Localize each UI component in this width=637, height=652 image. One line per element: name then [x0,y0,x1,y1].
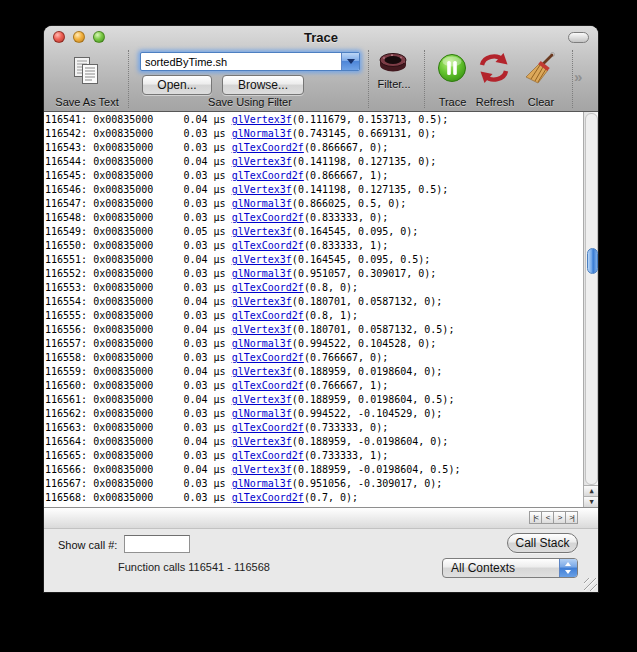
trace-row[interactable]: 116548: 0x00835000 0.03 µs glTexCoord2f(… [45,211,582,225]
browse-button[interactable]: Browse... [222,75,304,95]
filter-script-input[interactable] [141,53,343,70]
function-link[interactable]: glNormal3f [232,198,292,209]
combobox-dropdown-button[interactable] [341,53,359,70]
function-link[interactable]: glTexCoord2f [232,492,304,503]
function-link[interactable]: glVertex3f [232,254,292,265]
toolbar-toggle-button[interactable] [568,32,589,43]
call-stack-button[interactable]: Call Stack [507,533,578,553]
window-header: Trace Save As Text Open... Browse. [44,26,598,112]
trace-row[interactable]: 116556: 0x00835000 0.04 µs glVertex3f(0.… [45,323,582,337]
function-link[interactable]: glNormal3f [232,268,292,279]
trace-list: 116541: 0x00835000 0.04 µs glVertex3f(0.… [45,113,582,505]
function-link[interactable]: glTexCoord2f [232,240,304,251]
trace-row[interactable]: 116559: 0x00835000 0.04 µs glVertex3f(0.… [45,365,582,379]
popup-stepper-icon [559,559,577,577]
scrollbar-thumb[interactable] [587,248,598,274]
function-link[interactable]: glVertex3f [232,394,292,405]
titlebar[interactable]: Trace [44,26,598,48]
toolbar-overflow-chevron-icon[interactable]: » [574,68,581,85]
window-title: Trace [44,30,598,45]
trace-row[interactable]: 116550: 0x00835000 0.03 µs glTexCoord2f(… [45,239,582,253]
trace-row[interactable]: 116546: 0x00835000 0.04 µs glVertex3f(0.… [45,183,582,197]
trace-row[interactable]: 116545: 0x00835000 0.03 µs glTexCoord2f(… [45,169,582,183]
function-link[interactable]: glTexCoord2f [232,170,304,181]
function-link[interactable]: glVertex3f [232,464,292,475]
trace-row[interactable]: 116549: 0x00835000 0.05 µs glVertex3f(0.… [45,225,582,239]
chevron-down-icon [347,59,355,64]
context-selector-value: All Contexts [451,561,515,575]
footer-panel: Show call #: Call Stack Function calls 1… [44,528,598,592]
function-link[interactable]: glVertex3f [232,366,292,377]
vertical-scrollbar: ▲ ▼ [583,112,598,507]
function-link[interactable]: glNormal3f [232,408,292,419]
resize-grip[interactable] [584,578,597,591]
toolbar-separator [128,50,129,108]
trace-row[interactable]: 116560: 0x00835000 0.03 µs glTexCoord2f(… [45,379,582,393]
trace-pause-icon[interactable] [437,53,467,87]
scrollbar-track[interactable] [585,113,598,485]
clear-label[interactable]: Clear [515,96,567,108]
save-as-text-icon[interactable] [72,56,100,90]
function-link[interactable]: glTexCoord2f [232,422,304,433]
pager-strip: |< < > >| [44,507,598,528]
toolbar-separator [368,50,369,108]
trace-row[interactable]: 116563: 0x00835000 0.03 µs glTexCoord2f(… [45,421,582,435]
filter-script-combobox [140,52,360,71]
trace-row[interactable]: 116568: 0x00835000 0.03 µs glTexCoord2f(… [45,491,582,505]
function-link[interactable]: glTexCoord2f [232,380,304,391]
show-call-input[interactable] [124,535,190,553]
trace-row[interactable]: 116562: 0x00835000 0.03 µs glNormal3f(0.… [45,407,582,421]
scroll-up-button[interactable]: ▲ [584,485,598,496]
trace-row[interactable]: 116544: 0x00835000 0.04 µs glVertex3f(0.… [45,155,582,169]
function-link[interactable]: glTexCoord2f [232,282,304,293]
trace-row[interactable]: 116551: 0x00835000 0.04 µs glVertex3f(0.… [45,253,582,267]
trace-row[interactable]: 116557: 0x00835000 0.03 µs glNormal3f(0.… [45,337,582,351]
show-call-label: Show call #: [58,539,117,551]
open-button[interactable]: Open... [142,75,212,95]
trace-row[interactable]: 116558: 0x00835000 0.03 µs glTexCoord2f(… [45,351,582,365]
trace-row[interactable]: 116542: 0x00835000 0.03 µs glNormal3f(0.… [45,127,582,141]
function-link[interactable]: glTexCoord2f [232,352,304,363]
trace-row[interactable]: 116543: 0x00835000 0.03 µs glTexCoord2f(… [45,141,582,155]
trace-row[interactable]: 116554: 0x00835000 0.04 µs glVertex3f(0.… [45,295,582,309]
function-calls-status: Function calls 116541 - 116568 [118,561,270,573]
function-link[interactable]: glTexCoord2f [232,212,304,223]
function-link[interactable]: glVertex3f [232,114,292,125]
pager-last-button[interactable]: >| [565,511,578,524]
save-as-text-label[interactable]: Save As Text [44,96,130,108]
trace-row[interactable]: 116547: 0x00835000 0.03 µs glNormal3f(0.… [45,197,582,211]
filter-icon[interactable] [377,52,409,80]
function-link[interactable]: glVertex3f [232,436,292,447]
trace-row[interactable]: 116555: 0x00835000 0.03 µs glTexCoord2f(… [45,309,582,323]
function-link[interactable]: glTexCoord2f [232,310,304,321]
trace-row[interactable]: 116567: 0x00835000 0.03 µs glNormal3f(0.… [45,477,582,491]
function-link[interactable]: glVertex3f [232,324,292,335]
function-link[interactable]: glNormal3f [232,478,292,489]
trace-row[interactable]: 116541: 0x00835000 0.04 µs glVertex3f(0.… [45,113,582,127]
trace-row[interactable]: 116565: 0x00835000 0.03 µs glTexCoord2f(… [45,449,582,463]
function-link[interactable]: glVertex3f [232,296,292,307]
function-link[interactable]: glVertex3f [232,184,292,195]
function-link[interactable]: glTexCoord2f [232,450,304,461]
filter-label[interactable]: Filter... [372,78,416,90]
toolbar-separator [572,50,573,108]
trace-row[interactable]: 116566: 0x00835000 0.04 µs glVertex3f(0.… [45,463,582,477]
trace-window: Trace Save As Text Open... Browse. [44,26,598,592]
refresh-icon[interactable] [477,52,511,89]
trace-row[interactable]: 116552: 0x00835000 0.03 µs glNormal3f(0.… [45,267,582,281]
function-link[interactable]: glVertex3f [232,226,292,237]
function-link[interactable]: glNormal3f [232,128,292,139]
save-using-filter-label: Save Using Filter [140,96,360,108]
function-link[interactable]: glTexCoord2f [232,142,304,153]
function-link[interactable]: glVertex3f [232,156,292,167]
trace-row[interactable]: 116564: 0x00835000 0.04 µs glVertex3f(0.… [45,435,582,449]
scroll-down-button[interactable]: ▼ [584,496,598,507]
function-link[interactable]: glNormal3f [232,338,292,349]
trace-row[interactable]: 116561: 0x00835000 0.04 µs glVertex3f(0.… [45,393,582,407]
screen-background: Trace Save As Text Open... Browse. [0,0,637,652]
trace-list-view: 116541: 0x00835000 0.04 µs glVertex3f(0.… [44,112,598,507]
trace-row[interactable]: 116553: 0x00835000 0.03 µs glTexCoord2f(… [45,281,582,295]
clear-broom-icon[interactable] [523,51,557,89]
context-selector-popup[interactable]: All Contexts [442,558,578,578]
